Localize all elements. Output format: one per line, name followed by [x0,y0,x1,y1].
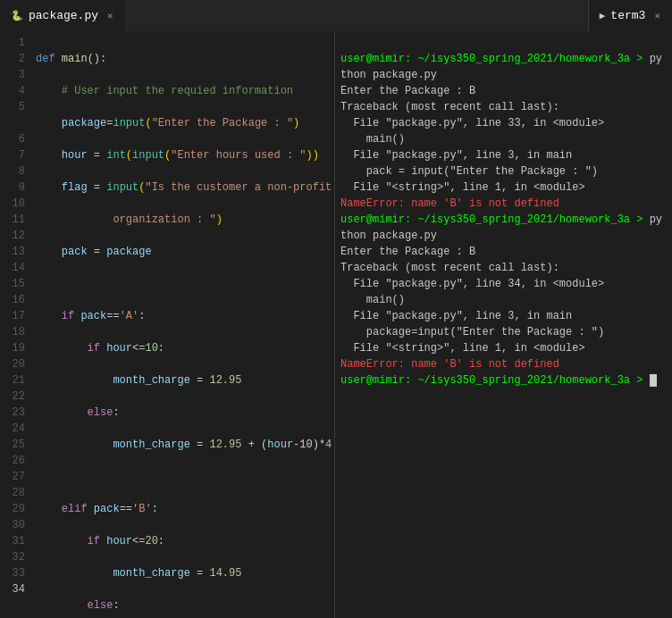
editor-tab[interactable]: 🐍 package.py ✕ [0,0,125,31]
code-area: 1 2 3 4 5 6 7 8 9 10 11 12 13 14 15 16 1… [0,31,334,618]
term-line-10: user@mimir: ~/isys350_spring_2021/homewo… [340,213,662,242]
code-line-12: month_charge = 12.95 + (hour-10)*4 [36,437,331,453]
tab-bar: 🐍 package.py ✕ ▶ term3 ✕ [0,0,672,31]
code-line-17: else: [36,597,331,614]
code-line-9: if hour<=10: [36,340,331,356]
terminal-tab-label: term3 [610,9,645,22]
term-line-16: package=input("Enter the Package : ") [340,326,604,338]
python-icon: 🐍 [11,10,23,21]
term-line-9: NameError: name 'B' is not defined [340,197,559,210]
terminal-tab-close[interactable]: ✕ [654,10,660,21]
line-numbers: 1 2 3 4 5 6 7 8 9 10 11 12 13 14 15 16 1… [0,35,32,614]
term-line-12: Traceback (most recent call last): [340,262,559,274]
main-content: 1 2 3 4 5 6 7 8 9 10 11 12 13 14 15 16 1… [0,31,672,618]
terminal-cursor [650,374,657,387]
term-line-8: File "<string>", line 1, in <module> [340,181,585,194]
code-line-3: package=input("Enter the Package : ") [36,115,331,131]
code-line-7 [36,276,331,292]
editor-pane[interactable]: 1 2 3 4 5 6 7 8 9 10 11 12 13 14 15 16 1… [0,31,335,618]
term-line-5: main() [340,133,405,146]
term-line-1: user@mimir: ~/isys350_spring_2021/homewo… [340,53,662,81]
code-line-5b: organization : ") [36,212,331,228]
term-line-13: File "package.py", line 34, in <module> [340,278,604,290]
code-line-1: def main(): [36,51,331,67]
code-line-4: hour = int(input("Enter hours used : ")) [36,147,331,163]
term-line-2: Enter the Package : B [340,85,475,97]
term-line-15: File "package.py", line 3, in main [340,310,572,322]
term-line-17: File "<string>", line 1, in <module> [340,342,585,355]
terminal-icon: ▶ [600,10,606,21]
code-line-15: if hour<=20: [36,533,331,549]
terminal-pane[interactable]: user@mimir: ~/isys350_spring_2021/homewo… [335,31,672,618]
term-line-14: main() [340,294,405,306]
code-line-13 [36,469,331,485]
code-line-8: if pack=='A': [36,308,331,324]
code-line-10: month_charge = 12.95 [36,372,331,388]
term-line-6: File "package.py", line 3, in main [340,149,572,162]
term-line-19: user@mimir: ~/isys350_spring_2021/homewo… [340,374,657,387]
term-line-7: pack = input("Enter the Package : ") [340,165,598,178]
terminal-tab[interactable]: ▶ term3 ✕ [588,0,672,31]
term-line-3: Traceback (most recent call last): [340,101,559,113]
code-content[interactable]: def main(): # User input the requied inf… [32,35,334,614]
editor-tab-close[interactable]: ✕ [107,10,113,21]
code-line-2: # User input the requied information [36,83,331,99]
code-line-11: else: [36,405,331,421]
term-line-18: NameError: name 'B' is not defined [340,358,559,371]
term-line-4: File "package.py", line 33, in <module> [340,117,604,129]
term-line-11: Enter the Package : B [340,246,475,258]
code-line-5: flag = input("Is the customer a non-prof… [36,180,331,196]
code-line-6: pack = package [36,244,331,260]
code-line-14: elif pack=='B': [36,501,331,517]
editor-tab-label: package.py [29,9,98,22]
code-line-16: month_charge = 14.95 [36,565,331,581]
